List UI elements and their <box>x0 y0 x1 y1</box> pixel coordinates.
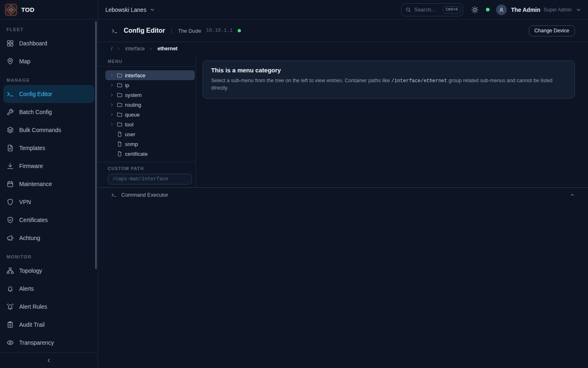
folder-icon <box>117 92 122 98</box>
sidebar-item-label: Maintenance <box>19 181 52 187</box>
chevron-right-icon <box>109 83 114 88</box>
menu-panel-label: MENU <box>98 59 196 64</box>
file-icon <box>117 131 122 137</box>
menu-tree: interfaceipsystemroutingqueuetoolusersnm… <box>98 70 196 159</box>
sidebar-item-label: VPN <box>19 199 31 205</box>
sidebar-scrollbar[interactable] <box>95 21 97 269</box>
sidebar-item-certificates[interactable]: Certificates <box>0 211 98 229</box>
chevron-left-icon <box>46 357 52 364</box>
menu-category-notice: This is a menu category Select a sub-men… <box>203 61 575 99</box>
user-role: Super Admin <box>543 7 572 13</box>
sidebar-item-batch-config[interactable]: Batch Config <box>0 103 98 121</box>
tree-item-tool[interactable]: tool <box>105 119 195 129</box>
tree-indent-spacer <box>109 132 114 137</box>
tree-item-ip[interactable]: ip <box>105 80 195 90</box>
sidebar-item-label: Achtung <box>19 235 40 241</box>
shield-icon <box>7 198 14 206</box>
org-name: Lebowski Lanes <box>105 7 146 13</box>
tree-item-label: routing <box>125 102 141 108</box>
device-online-dot <box>238 29 241 32</box>
tree-item-routing[interactable]: routing <box>105 100 195 110</box>
tree-item-label: interface <box>125 72 145 79</box>
tree-item-snmp[interactable]: snmp <box>105 139 195 149</box>
search-input[interactable]: Search... Cmd+K <box>401 3 463 16</box>
brand: TOD <box>0 0 98 20</box>
tree-indent-spacer <box>109 141 114 146</box>
tree-item-user[interactable]: user <box>105 129 195 139</box>
app-logo-icon <box>5 4 17 16</box>
sidebar-item-label: Firmware <box>19 163 43 169</box>
sidebar-item-vpn[interactable]: VPN <box>0 193 98 211</box>
sidebar-item-transparency[interactable]: Transparency <box>0 334 98 352</box>
page-header: Config Editor | The Dude 10.10.1.1 Chang… <box>98 20 588 42</box>
change-device-button[interactable]: Change Device <box>529 25 575 36</box>
chevron-up-icon[interactable] <box>570 192 575 197</box>
sidebar-item-label: Topology <box>19 267 42 274</box>
theme-toggle-sun-icon[interactable] <box>471 6 479 13</box>
tree-item-label: system <box>125 92 142 98</box>
custom-path-section: CUSTOM PATH <box>98 162 196 184</box>
file-icon <box>117 151 122 157</box>
custom-path-label: CUSTOM PATH <box>98 166 196 171</box>
tree-item-certificate[interactable]: certificate <box>105 149 195 159</box>
sidebar-item-topology[interactable]: Topology <box>0 262 98 280</box>
main-content: Config Editor | The Dude 10.10.1.1 Chang… <box>98 20 588 368</box>
org-switcher[interactable]: Lebowski Lanes <box>105 7 155 13</box>
tree-item-queue[interactable]: queue <box>105 110 195 119</box>
sidebar-item-label: Audit Trail <box>19 321 45 328</box>
search-placeholder: Search... <box>414 7 440 13</box>
workspace: MENU interfaceipsystemroutingqueuetoolus… <box>98 55 588 187</box>
tree-item-label: snmp <box>125 141 138 147</box>
sidebar-item-label: Batch Config <box>19 109 52 115</box>
breadcrumb-segment-interface[interactable]: interface <box>125 46 145 52</box>
command-executor-bar[interactable]: Command Executor <box>98 187 588 202</box>
custom-path-input[interactable] <box>108 174 192 184</box>
avatar[interactable] <box>496 4 507 15</box>
sidebar-item-label: Alerts <box>19 285 34 292</box>
user-menu-chevron-down-icon[interactable] <box>576 7 581 13</box>
breadcrumb-segment-ethernet[interactable]: ethernet <box>157 46 177 52</box>
sidebar-item-label: Config Editor <box>19 91 52 97</box>
sidebar-item-firmware[interactable]: Firmware <box>0 157 98 175</box>
sidebar-item-map[interactable]: Map <box>0 52 98 70</box>
bell-icon <box>7 285 14 292</box>
sidebar-sections: FLEETDashboardMapMANAGEConfig EditorBatc… <box>0 20 98 352</box>
device-ip: 10.10.1.1 <box>206 28 233 34</box>
notice-description: Select a sub-menu from the tree on the l… <box>211 77 566 92</box>
sidebar-item-config-editor[interactable]: Config Editor <box>3 85 94 103</box>
terminal-icon <box>111 27 118 34</box>
sidebar-item-bulk-commands[interactable]: Bulk Commands <box>0 121 98 139</box>
topbar: TOD Lebowski Lanes Search... Cmd+K The A… <box>0 0 588 20</box>
sidebar-item-achtung[interactable]: Achtung <box>0 229 98 247</box>
sidebar-item-maintenance[interactable]: Maintenance <box>0 175 98 193</box>
sidebar-item-templates[interactable]: Templates <box>0 139 98 157</box>
sidebar-section-label-manage: MANAGE <box>0 78 98 83</box>
sidebar-collapse-button[interactable] <box>0 352 98 368</box>
sidebar-item-label: Templates <box>19 145 45 151</box>
divider <box>98 162 196 162</box>
chevron-right-icon <box>109 112 114 117</box>
download-icon <box>7 162 14 170</box>
search-icon <box>405 7 411 13</box>
device-name: The Dude <box>178 28 201 34</box>
sidebar-section-label-fleet: FLEET <box>0 27 98 32</box>
chevron-right-icon <box>149 47 153 51</box>
search-shortcut-badge: Cmd+K <box>443 6 461 13</box>
bell-ring-icon <box>7 303 14 310</box>
content-area: This is a menu category Select a sub-men… <box>196 55 588 187</box>
folder-icon <box>117 72 122 78</box>
sidebar-item-audit-trail[interactable]: Audit Trail <box>0 316 98 334</box>
chevron-right-icon <box>109 102 114 107</box>
command-executor-label: Command Executor <box>121 192 168 198</box>
clipboard-icon <box>7 321 14 328</box>
sidebar-item-label: Transparency <box>19 339 54 346</box>
sidebar-item-alert-rules[interactable]: Alert Rules <box>0 298 98 316</box>
tree-item-interface[interactable]: interface <box>105 70 195 80</box>
sidebar-item-dashboard[interactable]: Dashboard <box>0 34 98 52</box>
tree-item-system[interactable]: system <box>105 90 195 100</box>
eye-icon <box>7 339 14 346</box>
sidebar-item-alerts[interactable]: Alerts <box>0 280 98 298</box>
tree-item-label: queue <box>125 112 140 118</box>
divider <box>98 66 196 67</box>
breadcrumb-segment--[interactable]: / <box>111 46 112 52</box>
